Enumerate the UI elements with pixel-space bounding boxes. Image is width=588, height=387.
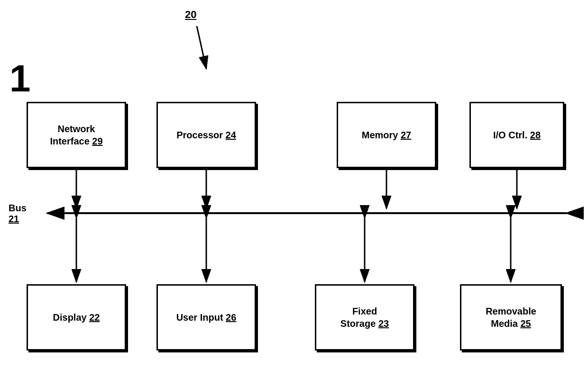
- user-input-box: User Input 26: [156, 284, 256, 351]
- bus-label: Bus 21: [9, 203, 27, 225]
- ref-20: 20: [185, 9, 196, 21]
- figure-number: 1: [9, 57, 31, 100]
- memory-box: Memory 27: [337, 102, 436, 168]
- diagram-container: 1 20: [0, 0, 588, 387]
- fixed-storage-box: FixedStorage 23: [315, 284, 414, 351]
- network-interface-box: NetworkInterface 29: [27, 102, 126, 168]
- io-ctrl-box: I/O Ctrl. 28: [469, 102, 564, 168]
- display-box: Display 22: [27, 284, 126, 351]
- processor-box: Processor 24: [156, 102, 256, 168]
- svg-line-3: [197, 26, 206, 69]
- removable-media-box: RemovableMedia 25: [460, 284, 562, 351]
